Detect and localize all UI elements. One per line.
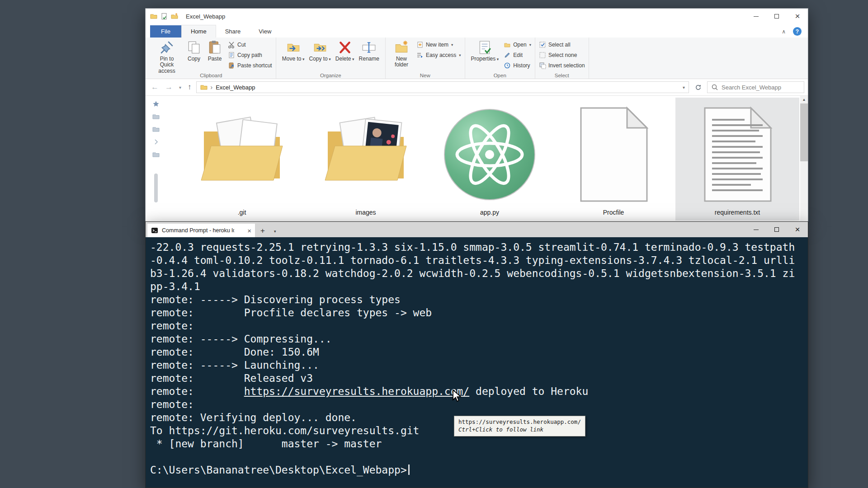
group-label-open: Open [465, 73, 535, 78]
quick-access-star-icon[interactable] [152, 100, 160, 108]
nav-scrollbar-thumb[interactable] [154, 174, 158, 202]
file-item-requirements.txt[interactable]: requirements.txt [675, 98, 799, 221]
nav-folder-icon[interactable] [152, 151, 160, 158]
tab-file[interactable]: File [150, 25, 181, 38]
move-to-button[interactable]: Move to [280, 39, 307, 63]
paste-shortcut-button[interactable]: Paste shortcut [228, 62, 272, 69]
cut-button[interactable]: Cut [228, 41, 272, 48]
cut-label: Cut [237, 42, 246, 48]
copy-path-button[interactable]: Copy path [228, 52, 272, 59]
up-icon[interactable]: ↑ [186, 83, 193, 92]
terminal-tab[interactable]: Command Prompt - heroku log × [147, 224, 255, 237]
pin-to-quick-access-button[interactable]: Pin to Quick access [150, 39, 184, 75]
qat-new-folder-icon[interactable] [171, 13, 178, 20]
new-folder-label: New folder [392, 56, 411, 68]
file-item-images[interactable]: images [304, 98, 428, 221]
refresh-icon[interactable] [692, 81, 704, 93]
vertical-scrollbar[interactable]: ▲ [800, 96, 808, 222]
explorer-window: Excel_Webapp × File Home Share View ∧ ? … [145, 8, 808, 222]
open-icon [504, 41, 511, 48]
tab-close-icon[interactable]: × [247, 227, 251, 235]
paste-shortcut-label: Paste shortcut [237, 62, 272, 69]
nav-folder-icon[interactable] [152, 113, 160, 120]
ribbon-group-new: New folder New item Easy access New [386, 38, 465, 79]
terminal-maximize-button[interactable] [766, 222, 787, 237]
properties-button[interactable]: Properties [469, 39, 501, 63]
nav-folder-icon[interactable] [152, 126, 160, 133]
terminal-tab-title: Command Prompt - heroku log [162, 227, 234, 234]
terminal-window: Command Prompt - heroku log × + ▾ × -22.… [145, 221, 808, 488]
close-button[interactable]: × [787, 9, 808, 24]
delete-icon [337, 40, 353, 55]
copy-button[interactable]: Copy [184, 39, 204, 63]
group-label-clipboard: Clipboard [146, 73, 276, 78]
recent-locations-icon[interactable]: ▾ [177, 85, 183, 90]
terminal-text: remote: [150, 385, 244, 397]
file-item-Procfile[interactable]: Procfile [552, 98, 675, 221]
cut-icon [228, 41, 235, 48]
new-item-button[interactable]: New item [416, 41, 461, 48]
copy-to-button[interactable]: Copy to [307, 39, 333, 63]
terminal-line: remote: Done: 150.6M [150, 346, 808, 359]
address-dropdown-icon[interactable]: ▾ [683, 85, 685, 90]
command-prompt-icon [151, 227, 158, 234]
file-item-.git[interactable]: .git [180, 98, 304, 221]
breadcrumb[interactable]: › Excel_Webapp ▾ [196, 81, 689, 93]
atom-icon [442, 102, 538, 207]
maximize-button[interactable] [766, 9, 787, 24]
delete-button[interactable]: Delete [333, 39, 357, 63]
ribbon: Pin to Quick access Copy Paste [146, 38, 808, 79]
tab-home[interactable]: Home [181, 25, 216, 38]
tab-dropdown-icon[interactable]: ▾ [270, 229, 280, 237]
navigation-pane[interactable] [146, 96, 166, 222]
terminal-line: remote: https://surveyresults.herokuapp.… [150, 385, 808, 398]
tab-view[interactable]: View [250, 25, 280, 38]
scrollbar-thumb[interactable] [800, 103, 808, 161]
collapse-ribbon-icon[interactable]: ∧ [782, 28, 786, 35]
tab-share[interactable]: Share [216, 25, 250, 38]
select-all-button[interactable]: Select all [539, 41, 585, 48]
terminal-link[interactable]: https://surveyresults.herokuapp.com/ [244, 385, 470, 397]
terminal-prompt-line: C:\Users\Bananatree\Desktop\Excel_Webapp… [150, 464, 808, 477]
qat-properties-icon[interactable] [160, 13, 168, 20]
terminal-body[interactable]: -22.0.3 requests-2.25.1 retrying-1.3.3 s… [146, 237, 808, 488]
terminal-minimize-button[interactable] [745, 222, 766, 237]
terminal-titlebar[interactable]: Command Prompt - heroku log × + ▾ × [146, 222, 808, 237]
new-item-icon [416, 41, 424, 48]
search-input[interactable] [722, 84, 800, 91]
edit-button[interactable]: Edit [504, 52, 531, 59]
file-item-app.py[interactable]: app.py [428, 98, 552, 221]
terminal-line: -22.0.3 requests-2.25.1 retrying-1.3.3 s… [150, 241, 808, 254]
scroll-up-icon[interactable]: ▲ [802, 96, 806, 103]
invert-selection-icon [539, 62, 546, 69]
terminal-close-button[interactable]: × [787, 222, 808, 237]
terminal-text: deployed to Heroku [469, 385, 588, 397]
new-folder-button[interactable]: New folder [389, 39, 414, 69]
minimize-button[interactable] [745, 9, 766, 24]
help-icon[interactable]: ? [793, 27, 802, 36]
back-icon[interactable]: ← [149, 83, 160, 92]
address-bar: ← → ▾ ↑ › Excel_Webapp ▾ [146, 79, 808, 96]
link-tooltip: https://surveyresults.herokuapp.com/ Ctr… [454, 416, 585, 436]
easy-access-button[interactable]: Easy access [416, 52, 461, 59]
select-none-button[interactable]: Select none [539, 52, 585, 59]
paste-button[interactable]: Paste [204, 39, 225, 63]
nav-chevron-icon[interactable] [152, 138, 160, 145]
invert-selection-button[interactable]: Invert selection [539, 62, 585, 69]
search-box[interactable] [707, 81, 804, 93]
select-none-icon [539, 52, 546, 59]
rename-button[interactable]: Rename [357, 39, 382, 63]
folder-images-icon [321, 102, 411, 207]
pin-icon [159, 40, 175, 55]
folder-icon [197, 102, 287, 207]
new-tab-icon[interactable]: + [255, 226, 270, 237]
explorer-content: .git images app.py Procfile [146, 96, 808, 222]
history-icon [504, 62, 511, 69]
forward-icon[interactable]: → [163, 83, 175, 92]
explorer-titlebar[interactable]: Excel_Webapp × [146, 9, 808, 24]
terminal-line: remote: -----> Launching... [150, 359, 808, 372]
search-icon [711, 84, 718, 91]
open-button[interactable]: Open [504, 41, 531, 48]
history-button[interactable]: History [504, 62, 531, 69]
breadcrumb-item[interactable]: Excel_Webapp [216, 84, 255, 91]
